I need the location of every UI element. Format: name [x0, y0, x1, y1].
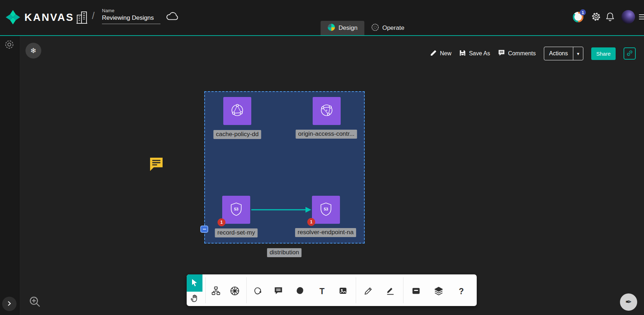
save-as-label: Save As	[469, 50, 490, 57]
pen-nib-icon: ✒	[625, 297, 632, 307]
app-header: KANVAS / Name	[0, 0, 644, 36]
flowchart-icon	[211, 286, 221, 297]
comment-tool-icon	[274, 286, 283, 297]
save-as-button[interactable]: Save As	[459, 50, 490, 58]
node-record-set[interactable]: 53	[222, 196, 250, 224]
layers-icon	[434, 286, 444, 297]
breadcrumb-separator: /	[92, 10, 95, 22]
building-icon	[76, 20, 88, 26]
freeze-layout-button[interactable]: ❄	[25, 43, 41, 59]
hamburger-menu-button[interactable]	[639, 14, 644, 22]
tool-text[interactable]: T	[316, 285, 328, 298]
gear-icon	[591, 17, 601, 23]
new-label: New	[440, 50, 451, 57]
tab-operate-label: Operate	[382, 24, 404, 32]
error-badge-resolver-endpoint[interactable]: 1	[307, 218, 315, 226]
hand-icon	[190, 294, 199, 304]
tab-operate[interactable]: Operate	[364, 21, 411, 35]
bell-icon	[606, 17, 615, 23]
kanvas-logo-icon	[5, 9, 21, 25]
kanvas-logo-text: KANVAS	[24, 11, 74, 23]
settings-button[interactable]	[591, 12, 601, 23]
cloud-icon	[166, 17, 179, 22]
tool-pencil[interactable]	[362, 285, 375, 298]
canvas-toolbar: New Save As Comments Actions ▾ Share	[430, 47, 636, 60]
dock-divider	[205, 277, 206, 303]
error-badge-record-set[interactable]: 1	[218, 218, 225, 226]
cloudfront-globe-icon	[229, 102, 246, 120]
handle-mark	[203, 229, 206, 230]
chevron-down-icon[interactable]: ▾	[573, 47, 583, 60]
actions-dropdown-button[interactable]: Actions ▾	[544, 47, 583, 60]
dock-divider	[356, 277, 356, 303]
share-label: Share	[596, 51, 611, 57]
sync-status-button[interactable]	[166, 11, 179, 22]
left-sidebar	[0, 36, 19, 315]
comment-bubble-icon	[149, 157, 164, 172]
comments-label: Comments	[508, 50, 536, 57]
chevron-right-icon	[7, 301, 12, 307]
magnifier-plus-icon	[28, 304, 41, 309]
new-button[interactable]: New	[430, 50, 451, 58]
tool-help[interactable]: ?	[455, 285, 468, 298]
comments-button[interactable]: Comments	[498, 49, 536, 58]
share-button[interactable]: Share	[591, 47, 616, 60]
hamburger-icon	[639, 14, 644, 19]
tool-comment[interactable]	[272, 285, 285, 298]
actions-label: Actions	[544, 47, 573, 60]
notifications-button[interactable]	[606, 12, 615, 23]
kanvas-logo[interactable]: KANVAS	[5, 9, 74, 25]
canvas-comment-marker[interactable]	[149, 157, 164, 173]
tool-select-cursor[interactable]	[187, 274, 202, 292]
kubernetes-helm-icon	[230, 286, 240, 297]
pencil-icon	[430, 50, 437, 58]
tool-flowchart[interactable]	[209, 285, 222, 298]
snowflake-icon: ❄	[31, 46, 37, 55]
organization-button[interactable]	[75, 10, 88, 26]
expand-sidebar-button[interactable]	[2, 297, 17, 311]
user-avatar[interactable]	[621, 10, 635, 24]
floppy-icon	[459, 50, 466, 58]
signature-pen-button[interactable]: ✒	[620, 293, 637, 311]
shapes-icon	[253, 286, 262, 297]
provider-button[interactable]: 1	[573, 11, 584, 23]
node-origin-access-control[interactable]	[313, 97, 341, 125]
tool-annotate[interactable]	[384, 285, 397, 298]
tab-design[interactable]: Design	[321, 21, 364, 35]
node-label-resolver-endpoint: resolver-endpoint-na	[295, 228, 356, 237]
provider-badge: 1	[580, 9, 586, 15]
workspace-knot-icon	[4, 45, 14, 51]
copy-link-button[interactable]	[624, 47, 636, 60]
operate-tab-icon	[371, 23, 379, 33]
tool-media[interactable]	[336, 285, 349, 298]
provider-icon	[573, 18, 584, 24]
tab-design-label: Design	[339, 24, 358, 32]
comment-icon	[498, 49, 505, 58]
tool-sketch[interactable]	[293, 285, 306, 298]
tool-shapes[interactable]	[251, 285, 264, 298]
edge-record-set-to-resolver[interactable]	[251, 205, 312, 215]
group-anchor-handle[interactable]	[200, 226, 208, 233]
tool-drawer[interactable]	[410, 285, 423, 298]
pencil-outline-icon	[364, 286, 373, 297]
design-name-input[interactable]	[102, 14, 160, 24]
node-cache-policy[interactable]	[223, 97, 251, 125]
tool-pan-hand[interactable]	[187, 292, 202, 306]
node-label-cache-policy: cache-policy-dd	[213, 130, 261, 139]
tool-kubernetes[interactable]	[228, 285, 241, 298]
dock-divider	[403, 277, 403, 303]
tool-layers[interactable]	[432, 285, 445, 298]
group-label-distribution: distribution	[267, 248, 302, 257]
help-icon: ?	[459, 287, 464, 296]
design-name-field: Name	[102, 8, 160, 24]
node-label-origin-access: origin-access-contr...	[296, 130, 357, 139]
workspace-switcher-button[interactable]	[4, 40, 14, 51]
svg-text:53: 53	[234, 207, 238, 211]
design-tab-icon	[327, 23, 335, 33]
tool-dock: T	[187, 274, 477, 306]
zoom-in-button[interactable]	[28, 295, 41, 308]
mode-tabs: Design Operate	[321, 21, 411, 35]
ink-blob-icon	[295, 286, 305, 297]
media-icon	[338, 286, 348, 297]
node-resolver-endpoint[interactable]: 53	[312, 196, 340, 224]
